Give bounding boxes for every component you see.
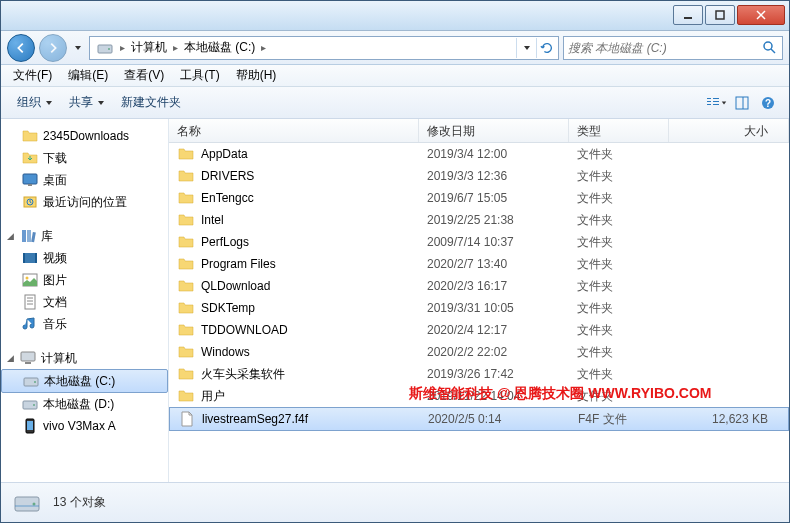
sidebar-item-label: 计算机	[41, 350, 77, 367]
file-row[interactable]: 用户 2019/11/22 14:04 文件夹	[169, 385, 789, 407]
share-button[interactable]: 共享	[61, 90, 113, 115]
svg-line-7	[771, 49, 775, 53]
nav-history-dropdown[interactable]	[71, 38, 85, 58]
file-row[interactable]: PerfLogs 2009/7/14 10:37 文件夹	[169, 231, 789, 253]
file-list[interactable]: AppData 2019/3/4 12:00 文件夹 DRIVERS 2019/…	[169, 143, 789, 482]
sidebar-item[interactable]: 桌面	[1, 169, 168, 191]
file-row[interactable]: livestreamSeg27.f4f 2020/2/5 0:14 F4F 文件…	[169, 407, 789, 431]
svg-point-29	[26, 277, 29, 280]
file-date: 2020/2/7 13:40	[419, 256, 569, 272]
file-row[interactable]: Program Files 2020/2/7 13:40 文件夹	[169, 253, 789, 275]
column-size[interactable]: 大小	[669, 119, 789, 142]
file-type: 文件夹	[569, 167, 669, 186]
file-name: Intel	[201, 213, 224, 227]
nav-back-button[interactable]	[7, 34, 35, 62]
folder-icon	[177, 211, 195, 229]
file-row[interactable]: TDDOWNLOAD 2020/2/4 12:17 文件夹	[169, 319, 789, 341]
sidebar-item[interactable]: 2345Downloads	[1, 125, 168, 147]
svg-point-37	[34, 381, 36, 383]
column-name[interactable]: 名称	[169, 119, 419, 142]
svg-rect-22	[22, 230, 26, 242]
file-size	[669, 395, 789, 397]
sidebar-drive-item[interactable]: 本地磁盘 (C:)	[1, 369, 168, 393]
column-type[interactable]: 类型	[569, 119, 669, 142]
menu-help[interactable]: 帮助(H)	[228, 65, 285, 86]
file-name: 火车头采集软件	[201, 366, 285, 383]
sidebar-item-label: 图片	[43, 272, 67, 289]
sidebar-item[interactable]: 最近访问的位置	[1, 191, 168, 213]
sidebar-drive-item[interactable]: vivo V3Max A	[1, 415, 168, 437]
help-button[interactable]: ?	[757, 92, 779, 114]
file-row[interactable]: DRIVERS 2019/3/3 12:36 文件夹	[169, 165, 789, 187]
sidebar-computer-header[interactable]: ◢计算机	[1, 347, 168, 369]
view-options-button[interactable]	[705, 92, 727, 114]
file-row[interactable]: AppData 2019/3/4 12:00 文件夹	[169, 143, 789, 165]
column-headers: 名称 修改日期 类型 大小	[169, 119, 789, 143]
file-type: 文件夹	[569, 387, 669, 406]
file-type: 文件夹	[569, 343, 669, 362]
content: 2345Downloads下载桌面最近访问的位置◢库视频图片文档音乐◢计算机本地…	[1, 119, 789, 482]
desktop-icon	[21, 171, 39, 189]
folder-icon	[21, 127, 39, 145]
sidebar-item-label: 本地磁盘 (C:)	[44, 373, 115, 390]
file-row[interactable]: QLDownload 2020/2/3 16:17 文件夹	[169, 275, 789, 297]
file-row[interactable]: Windows 2020/2/2 22:02 文件夹	[169, 341, 789, 363]
preview-pane-button[interactable]	[731, 92, 753, 114]
sidebar-item-label: 下载	[43, 150, 67, 167]
file-pane: 名称 修改日期 类型 大小 AppData 2019/3/4 12:00 文件夹…	[169, 119, 789, 482]
svg-point-5	[108, 48, 110, 50]
svg-text:?: ?	[765, 98, 771, 109]
breadcrumb-sep[interactable]: ▸	[118, 42, 127, 53]
sidebar-item[interactable]: 下载	[1, 147, 168, 169]
sidebar-item[interactable]: 视频	[1, 247, 168, 269]
sidebar-item[interactable]: 音乐	[1, 313, 168, 335]
sidebar-drive-item[interactable]: 本地磁盘 (D:)	[1, 393, 168, 415]
file-row[interactable]: SDKTemp 2019/3/31 10:05 文件夹	[169, 297, 789, 319]
svg-rect-11	[713, 98, 719, 99]
search-input[interactable]	[568, 41, 762, 55]
folder-icon	[177, 343, 195, 361]
file-name: Windows	[201, 345, 250, 359]
svg-rect-19	[28, 184, 32, 186]
sidebar-item[interactable]: 图片	[1, 269, 168, 291]
file-row[interactable]: Intel 2019/2/25 21:38 文件夹	[169, 209, 789, 231]
sidebar-item[interactable]: 文档	[1, 291, 168, 313]
column-date[interactable]: 修改日期	[419, 119, 569, 142]
recent-icon	[21, 193, 39, 211]
close-button[interactable]	[737, 5, 785, 25]
file-date: 2019/3/3 12:36	[419, 168, 569, 184]
drive-icon	[11, 487, 43, 519]
search-icon[interactable]	[762, 40, 778, 56]
file-type: 文件夹	[569, 211, 669, 230]
breadcrumb-sep[interactable]: ▸	[259, 42, 268, 53]
file-row[interactable]: EnTengcc 2019/6/7 15:05 文件夹	[169, 187, 789, 209]
file-type: 文件夹	[569, 233, 669, 252]
refresh-button[interactable]	[536, 38, 556, 58]
search-box[interactable]	[563, 36, 783, 60]
library-icon	[19, 227, 37, 245]
file-size	[669, 241, 789, 243]
breadcrumb: ▸ 计算机 ▸ 本地磁盘 (C:) ▸	[118, 37, 516, 58]
menu-tools[interactable]: 工具(T)	[172, 65, 227, 86]
maximize-button[interactable]	[705, 5, 735, 25]
organize-button[interactable]: 组织	[9, 90, 61, 115]
address-dropdown[interactable]	[516, 38, 536, 58]
titlebar[interactable]	[1, 1, 789, 31]
address-bar[interactable]: ▸ 计算机 ▸ 本地磁盘 (C:) ▸	[89, 36, 559, 60]
navigation-pane[interactable]: 2345Downloads下载桌面最近访问的位置◢库视频图片文档音乐◢计算机本地…	[1, 119, 169, 482]
file-row[interactable]: 火车头采集软件 2019/3/26 17:42 文件夹	[169, 363, 789, 385]
menu-view[interactable]: 查看(V)	[116, 65, 172, 86]
menu-edit[interactable]: 编辑(E)	[60, 65, 116, 86]
sidebar-libraries-header[interactable]: ◢库	[1, 225, 168, 247]
file-type: 文件夹	[569, 145, 669, 164]
nav-forward-button[interactable]	[39, 34, 67, 62]
new-folder-button[interactable]: 新建文件夹	[113, 90, 189, 115]
breadcrumb-drive[interactable]: 本地磁盘 (C:)	[180, 37, 259, 58]
breadcrumb-sep[interactable]: ▸	[171, 42, 180, 53]
file-date: 2019/6/7 15:05	[419, 190, 569, 206]
breadcrumb-computer[interactable]: 计算机	[127, 37, 171, 58]
svg-rect-44	[15, 505, 39, 507]
file-name: 用户	[201, 388, 225, 405]
menu-file[interactable]: 文件(F)	[5, 65, 60, 86]
minimize-button[interactable]	[673, 5, 703, 25]
